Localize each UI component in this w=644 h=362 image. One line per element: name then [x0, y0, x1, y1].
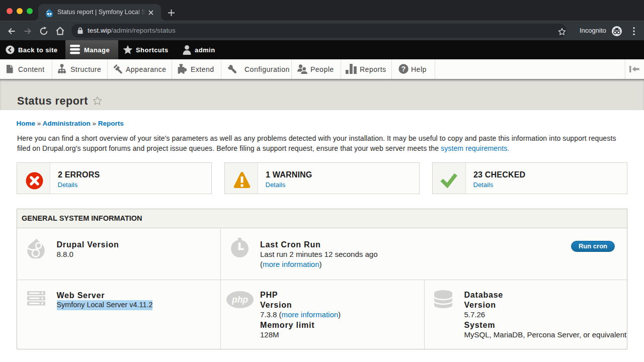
svg-text:?: ?: [401, 65, 406, 73]
svg-text:php: php: [231, 295, 248, 305]
